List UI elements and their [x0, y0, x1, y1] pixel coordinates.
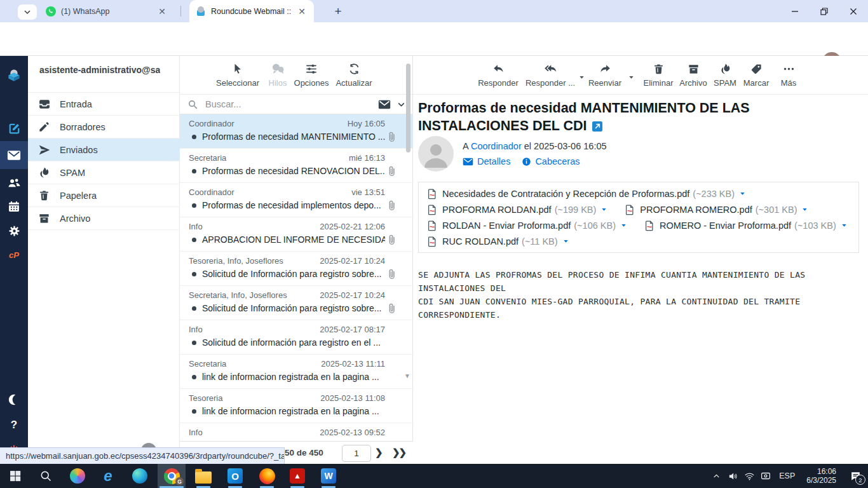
- reader-toolbar-responder-button[interactable]: Responder: [470, 60, 527, 88]
- attachment-item[interactable]: PROFORMA ROLDAN.pdf(~199 KB): [426, 204, 607, 215]
- recipient-link[interactable]: Coordinador: [471, 141, 522, 151]
- last-page-icon[interactable]: ❯❯: [392, 447, 405, 458]
- taskbar-start-button[interactable]: [1, 464, 29, 488]
- taskbar-copilot[interactable]: [64, 464, 92, 488]
- attachment-menu-caret-icon[interactable]: [620, 222, 627, 229]
- rail-item-roundcube-logo[interactable]: [0, 64, 28, 88]
- time: 16:06: [806, 467, 836, 476]
- sidebar-item-entrada[interactable]: Entrada: [28, 93, 180, 116]
- message-row[interactable]: Coordinadorvie 13:51Proformas de necesid…: [180, 183, 413, 217]
- tab-close-icon[interactable]: ✕: [296, 6, 308, 17]
- sidebar-item-archivo[interactable]: Archivo: [28, 207, 180, 230]
- new-tab-button[interactable]: +: [330, 4, 346, 19]
- rail-item-contacts[interactable]: [0, 170, 28, 194]
- clock[interactable]: 16:06 6/3/2025: [800, 467, 843, 485]
- message-row[interactable]: Tesoreria, Info, Joseflores2025-02-17 10…: [180, 252, 413, 286]
- message-count: 50 de 450: [285, 448, 323, 458]
- attachment-menu-caret-icon[interactable]: [600, 206, 607, 213]
- unread-indicator: [192, 306, 196, 311]
- message-row[interactable]: Info2025-02-13 09:52: [180, 423, 413, 441]
- help-icon: ?: [11, 419, 17, 431]
- sidebar-item-spam[interactable]: SPAM: [28, 161, 180, 184]
- search-scope-mail-icon[interactable]: [378, 100, 391, 109]
- sidebar-item-papelera[interactable]: Papelera: [28, 184, 180, 207]
- message-row[interactable]: Secretaria, Info, Joseflores2025-02-17 1…: [180, 286, 413, 320]
- rail-item-dark-mode-moon[interactable]: [0, 388, 28, 412]
- message-row[interactable]: Secretariamié 16:13Proformas de necesida…: [180, 149, 413, 183]
- open-in-new-window-icon[interactable]: [592, 121, 602, 132]
- rail-item-cpanel[interactable]: cP: [0, 243, 28, 267]
- message-list: CoordinadorHoy 16:05Proformas de necesid…: [180, 114, 413, 441]
- attachment-size: (~106 KB): [574, 220, 616, 231]
- search-options-chevron-icon[interactable]: [397, 100, 405, 109]
- rail-item-compose[interactable]: [0, 116, 28, 140]
- window-close-button[interactable]: [839, 0, 868, 22]
- reader-toolbar-más-button[interactable]: Más: [760, 60, 817, 88]
- sidebar-item-enviados[interactable]: Enviados: [28, 139, 180, 161]
- taskbar-file-explorer[interactable]: [189, 464, 217, 488]
- next-page-icon[interactable]: ❯: [375, 447, 382, 458]
- attachment-menu-caret-icon[interactable]: [841, 222, 848, 229]
- attachment-item[interactable]: RUC ROLDAN.pdf(~11 KB): [426, 236, 569, 247]
- language-indicator[interactable]: ESP: [774, 471, 800, 480]
- attachment-menu-caret-icon[interactable]: [801, 206, 808, 213]
- taskbar-firefox[interactable]: [253, 464, 281, 488]
- rail-item-help[interactable]: ?: [0, 413, 28, 437]
- rail-item-mail[interactable]: [0, 141, 28, 169]
- tab-search-button[interactable]: [18, 4, 37, 20]
- page-number-input[interactable]: [342, 445, 371, 462]
- rail-item-settings[interactable]: [0, 219, 28, 243]
- taskbar-internet-explorer[interactable]: e: [94, 464, 122, 488]
- reader-toolbar-reenviar-button[interactable]: Reenviar: [576, 60, 634, 88]
- message-sender: Tesoreria: [189, 393, 222, 403]
- attachment-list: Necesidades de Contratación y Recepción …: [418, 182, 859, 253]
- tab-roundcube[interactable]: Roundcube Webmail :: Enviados ✕: [189, 0, 314, 22]
- taskbar-edge[interactable]: [126, 464, 154, 488]
- pdf-file-icon: [426, 236, 438, 247]
- sidebar-item-borradores[interactable]: Borradores: [28, 116, 180, 139]
- message-row[interactable]: CoordinadorHoy 16:05Proformas de necesid…: [180, 114, 413, 149]
- message-sender: Secretaria, Info, Joseflores: [189, 290, 287, 300]
- message-sender: Secretaria: [189, 359, 226, 369]
- tab-whatsapp[interactable]: (1) WhatsApp ✕: [39, 0, 174, 22]
- message-row[interactable]: Info2025-02-17 08:17Solicitud de informa…: [180, 320, 413, 355]
- wifi-icon[interactable]: [741, 464, 757, 488]
- window-restore-button[interactable]: [810, 0, 839, 22]
- taskbar-acrobat[interactable]: ▲: [283, 464, 311, 488]
- tray-chevron-icon[interactable]: [708, 464, 724, 488]
- attachment-name: Necesidades de Contratación y Recepción …: [442, 189, 689, 199]
- message-subject: APROBACION DEL INFORME DE NECESIDA...: [202, 234, 385, 245]
- window-minimize-button[interactable]: [780, 0, 810, 22]
- message-date: 2025-02-17 10:24: [320, 256, 385, 266]
- message-row[interactable]: Secretaria2025-02-13 11:11link de inform…: [180, 355, 413, 389]
- message-sender: Coordinador: [189, 187, 234, 197]
- details-link[interactable]: Detalles: [463, 156, 510, 166]
- meet-now-icon[interactable]: [757, 464, 774, 488]
- volume-icon[interactable]: [724, 464, 741, 488]
- message-subject: Solicitud de Información para registro s…: [202, 269, 381, 279]
- attachment-item[interactable]: Necesidades de Contratación y Recepción …: [426, 188, 746, 200]
- taskbar-word[interactable]: W: [315, 464, 342, 488]
- search-input[interactable]: [204, 98, 374, 110]
- rail-item-calendar[interactable]: [0, 194, 28, 219]
- notification-center-icon[interactable]: 2: [843, 464, 868, 488]
- attachment-menu-caret-icon[interactable]: [562, 238, 569, 245]
- message-row[interactable]: Tesoreria2025-02-13 11:08link de informa…: [180, 389, 413, 423]
- taskbar-chrome[interactable]: G: [158, 464, 186, 488]
- file-explorer-icon: [195, 471, 212, 484]
- attachment-item[interactable]: PROFORMA ROMERO.pdf(~301 KB): [624, 204, 808, 215]
- tab-close-icon[interactable]: ✕: [156, 6, 168, 17]
- attachment-menu-caret-icon[interactable]: [739, 190, 746, 197]
- attachment-size: (~233 KB): [693, 189, 735, 199]
- taskbar-taskbar-search[interactable]: [32, 464, 60, 488]
- reader-toolbar-responder-button[interactable]: Responder ...: [522, 60, 579, 88]
- attachment-item[interactable]: ROMERO - Enviar Proforma.pdf(~103 KB): [644, 220, 848, 231]
- list-toolbar-actualizar-button[interactable]: Actualizar: [323, 60, 384, 88]
- list-scrollbar-thumb[interactable]: [406, 64, 410, 152]
- attachment-item[interactable]: ROLDAN - Enviar Proforma.pdf(~106 KB): [426, 220, 627, 231]
- roundcube-logo-icon: [6, 67, 22, 84]
- taskbar-outlook[interactable]: O: [221, 464, 249, 488]
- message-row[interactable]: Info2025-02-21 12:06APROBACION DEL INFOR…: [180, 217, 413, 252]
- headers-link[interactable]: Cabeceras: [522, 156, 580, 166]
- list-scroll-down-icon[interactable]: ▼: [404, 372, 410, 379]
